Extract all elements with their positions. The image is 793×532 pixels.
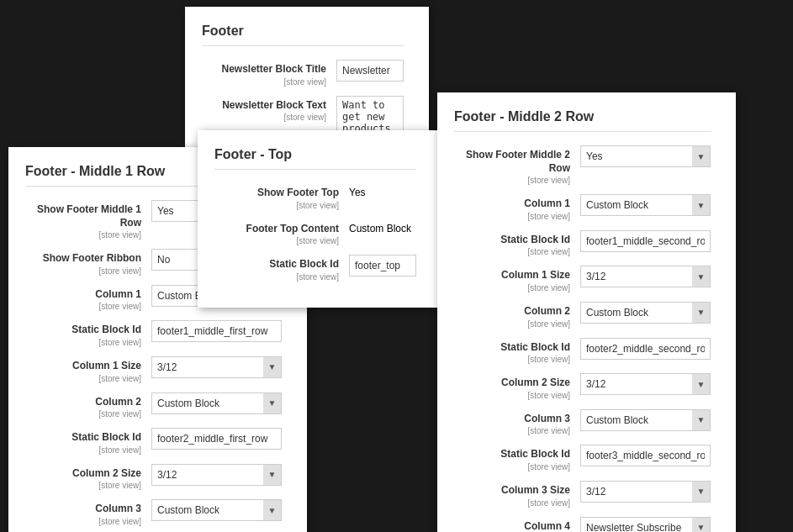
col1-size-m2-label: Column 1 Size [store view] — [454, 266, 580, 293]
show-footer-ribbon-label: Show Footer Ribbon [store view] — [25, 249, 151, 277]
col2-size-m1-label: Column 2 Size [store view] — [25, 464, 151, 492]
col3-m2-select[interactable]: Custom BlockNewsletter Subscribe — [580, 409, 711, 431]
show-footer-middle2-row: Show Footer Middle 2 Row [store view] Ye… — [454, 145, 711, 186]
show-footer-top-label: Show Footer Top [store view] — [214, 183, 349, 211]
static-block-id-top-label: Static Block Id [store view] — [214, 255, 349, 282]
newsletter-block-text-label: Newsletter Block Text [store view] — [202, 96, 336, 124]
col1-m2-row: Column 1 [store view] Custom BlockNewsle… — [454, 194, 711, 222]
footer-top-content-value: Custom Block — [349, 219, 411, 234]
col1-size-m1-label: Column 1 Size [store view] — [25, 356, 151, 384]
col3-m1-label: Column 3 [store view] — [25, 499, 151, 527]
static-block-id-col2-m1-row: Static Block Id [store view] — [25, 428, 282, 456]
col2-m2-label: Column 2 [store view] — [454, 302, 580, 329]
static-block-id-col1-m1-label: Static Block Id [store view] — [25, 320, 151, 348]
col1-size-m2-select[interactable]: 3/12 — [580, 266, 711, 287]
col2-m1-label: Column 2 [store view] — [25, 392, 151, 420]
static-block-id-col3-m2-label: Static Block Id [store view] — [454, 445, 580, 472]
static-block-id-top-row: Static Block Id [store view] — [214, 255, 416, 282]
col3-size-m2-row: Column 3 Size [store view] 3/12 ▼ — [454, 481, 711, 508]
col2-m2-row: Column 2 [store view] Custom BlockNewsle… — [454, 302, 711, 329]
footer-middle2-panel: Footer - Middle 2 Row Show Footer Middle… — [437, 92, 736, 532]
show-footer-middle2-select[interactable]: YesNo — [580, 145, 711, 167]
footer-middle2-title: Footer - Middle 2 Row — [454, 109, 711, 132]
col2-size-m1-row: Column 2 Size [store view] 3/12 ▼ — [25, 464, 282, 492]
static-block-id-col1-m1-row: Static Block Id [store view] — [25, 320, 282, 348]
col2-m1-row: Column 2 [store view] Custom BlockNewsle… — [25, 392, 282, 420]
col2-size-m2-row: Column 2 Size [store view] 3/12 ▼ — [454, 373, 711, 401]
store-view-label: [store view] — [202, 76, 326, 87]
col2-m1-select[interactable]: Custom BlockNewsletter Subscribe — [151, 392, 282, 414]
col1-size-m2-row: Column 1 Size [store view] 3/12 ▼ — [454, 266, 711, 293]
static-block-id-col1-m2-input[interactable] — [580, 230, 711, 252]
col3-m2-row: Column 3 [store view] Custom BlockNewsle… — [454, 409, 711, 437]
col3-size-m2-label: Column 3 Size [store view] — [454, 481, 580, 508]
store-view-label2: [store view] — [202, 112, 326, 123]
show-footer-top-value: Yes — [349, 183, 366, 198]
col1-m2-label: Column 1 [store view] — [454, 194, 580, 222]
static-block-id-col2-m2-label: Static Block Id [store view] — [454, 338, 580, 366]
static-block-id-col3-m2-row: Static Block Id [store view] — [454, 445, 711, 472]
col1-m2-select[interactable]: Custom BlockNewsletter Subscribe — [580, 194, 711, 216]
newsletter-block-title-input[interactable] — [336, 60, 404, 82]
col3-m1-row: Column 3 [store view] Custom BlockNewsle… — [25, 499, 282, 527]
static-block-id-top-input[interactable] — [349, 255, 416, 277]
col4-m2-label: Column 4 [store view] — [454, 517, 580, 532]
static-block-id-col3-m2-input[interactable] — [580, 445, 711, 466]
col1-size-m1-row: Column 1 Size [store view] 3/124/126/12 … — [25, 356, 282, 384]
footer-main-title: Footer — [202, 24, 404, 46]
footer-top-content-row: Footer Top Content [store view] Custom B… — [214, 219, 416, 247]
static-block-id-col2-m1-label: Static Block Id [store view] — [25, 428, 151, 456]
static-block-id-col2-m1-input[interactable] — [151, 428, 282, 450]
show-footer-top-row: Show Footer Top [store view] Yes — [214, 183, 416, 211]
col3-m2-label: Column 3 [store view] — [454, 409, 580, 437]
col4-m2-select[interactable]: Custom BlockNewsletter Subscribe — [580, 517, 711, 532]
footer-top-content-label: Footer Top Content [store view] — [214, 219, 349, 247]
static-block-id-col1-m2-label: Static Block Id [store view] — [454, 230, 580, 258]
col1-size-m1-select[interactable]: 3/124/126/12 — [151, 356, 282, 378]
show-footer-middle1-label: Show Footer Middle 1 Row [store view] — [25, 200, 151, 240]
col2-size-m2-label: Column 2 Size [store view] — [454, 373, 580, 401]
col4-m2-row: Column 4 [store view] Custom BlockNewsle… — [454, 517, 711, 532]
col2-m2-select[interactable]: Custom BlockNewsletter Subscribe — [580, 302, 711, 324]
col3-size-m2-select[interactable]: 3/12 — [580, 481, 711, 503]
newsletter-block-title-row: Newsletter Block Title [store view] — [202, 60, 404, 87]
show-footer-middle2-label: Show Footer Middle 2 Row [store view] — [454, 145, 580, 186]
newsletter-block-title-label: Newsletter Block Title [store view] — [202, 60, 336, 87]
col1-m1-label: Column 1 [store view] — [25, 285, 151, 313]
newsletter-block-title-control — [336, 60, 404, 82]
static-block-id-col2-m2-row: Static Block Id [store view] — [454, 338, 711, 366]
static-block-id-col1-m1-input[interactable] — [151, 320, 282, 342]
col3-m1-select[interactable]: Custom BlockNewsletter Subscribe — [151, 499, 282, 521]
footer-top-panel: Footer - Top Show Footer Top [store view… — [198, 130, 441, 308]
static-block-id-col2-m2-input[interactable] — [580, 338, 711, 360]
col2-size-m1-select[interactable]: 3/12 — [151, 464, 282, 486]
col2-size-m2-select[interactable]: 3/12 — [580, 373, 711, 395]
static-block-id-col1-m2-row: Static Block Id [store view] — [454, 230, 711, 258]
footer-top-title: Footer - Top — [214, 147, 416, 170]
